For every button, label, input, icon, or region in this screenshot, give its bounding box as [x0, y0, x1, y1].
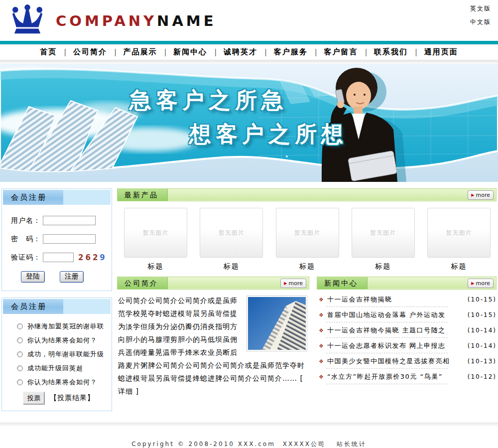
more-arrow-icon: ▶ — [284, 282, 287, 286]
accent-bar — [0, 41, 498, 44]
nav-separator: ｜ — [112, 47, 119, 57]
radio-button-icon[interactable] — [17, 351, 23, 357]
poll-option-1: 你认为结果将会如何？ — [17, 336, 109, 345]
lang-link-english[interactable]: 英文版 — [470, 4, 491, 13]
company-building-image — [247, 296, 307, 351]
news-item-date: (10-14) — [468, 327, 497, 334]
product-image-placeholder[interactable]: 暂无图片 — [200, 208, 263, 258]
product-caption[interactable]: 标题 — [427, 262, 491, 271]
header: COMPANYNAME 英文版 中文版 — [0, 0, 498, 41]
product-item-3: 暂无图片 标题 — [352, 208, 415, 271]
nav-item-3[interactable]: 新闻中心 — [173, 47, 207, 57]
news-item-date: (10-15) — [468, 311, 497, 318]
product-item-2: 暂无图片 标题 — [276, 208, 339, 271]
poll-option-label: 你认为结果将会如何？ — [27, 336, 97, 345]
nav-item-1[interactable]: 公司简介 — [73, 47, 107, 57]
captcha-digit: 6 — [85, 253, 92, 262]
nav-divider — [0, 60, 498, 64]
product-caption[interactable]: 标题 — [352, 262, 415, 271]
nav-item-6[interactable]: 客户留言 — [324, 47, 358, 57]
news-bullet-icon: ❖ — [319, 374, 324, 380]
captcha-input[interactable] — [43, 253, 74, 262]
nav-item-7[interactable]: 联系我们 — [374, 47, 408, 57]
news-item-link[interactable]: “水立方”昨起开放票价30元 “鸟巢” — [327, 372, 465, 381]
news-item-date: (10-15) — [468, 296, 497, 303]
products-row: 暂无图片 标题 暂无图片 标题 暂无图片 标题 暂无图片 标题 暂无图片 — [117, 201, 497, 271]
news-divider — [326, 337, 448, 338]
nav-item-4[interactable]: 诚聘英才 — [224, 47, 257, 57]
nav-separator: ｜ — [162, 47, 169, 57]
banner-slogan-line2: 想客户之所想 — [189, 120, 348, 149]
poll-option-label: 你认为结果将会如何？ — [27, 378, 97, 387]
radio-button-icon[interactable] — [17, 365, 23, 371]
radio-button-icon[interactable] — [17, 379, 23, 385]
no-image-label: 暂无图片 — [446, 229, 472, 237]
news-item-link[interactable]: 十一运会吉祥物揭晓 — [327, 295, 465, 304]
footer-divider — [0, 423, 498, 427]
language-switcher: 英文版 中文版 — [470, 4, 491, 31]
news-item-link[interactable]: 中国美少女暨中国模特之星选拔赛亮相 — [327, 357, 465, 366]
footer-copyright: Copyright © 2008-2010 XXX.com XXXXX公司 站长… — [0, 440, 498, 448]
captcha-code: 2629 — [78, 253, 107, 262]
nav-item-0[interactable]: 首页 — [40, 47, 57, 57]
no-image-label: 暂无图片 — [370, 229, 396, 237]
username-label: 用户名： — [11, 216, 43, 225]
product-item-1: 暂无图片 标题 — [200, 208, 263, 271]
news-header: 新闻中心 ▶more — [317, 277, 497, 290]
company-profile-section: 公司简介 ▶more — [117, 277, 309, 398]
news-item-link[interactable]: 首届中国山地运动会落幕 户外运动发 — [327, 310, 465, 319]
news-bullet-icon: ❖ — [319, 358, 324, 365]
product-image-placeholder[interactable]: 暂无图片 — [276, 208, 339, 258]
product-image-placeholder[interactable]: 暂无图片 — [352, 208, 415, 258]
news-divider — [326, 353, 448, 353]
radio-button-icon[interactable] — [17, 323, 23, 329]
poll-option-4: 你认为结果将会如何？ — [17, 378, 109, 387]
news-more-button[interactable]: ▶more — [468, 279, 494, 288]
news-item-link[interactable]: 十一运会志愿者标识发布 网上申报志 — [327, 341, 465, 350]
captcha-digit: 9 — [100, 253, 107, 262]
poll-box: 会员注册 孙继海加盟英冠的谢菲联 你认为结果将会如何？ 成功，明年谢菲联能升级 … — [1, 298, 112, 411]
news-bullet-icon: ❖ — [319, 297, 324, 303]
password-input[interactable] — [43, 234, 96, 244]
register-button[interactable]: 注册 — [60, 271, 84, 283]
product-caption[interactable]: 标题 — [200, 262, 263, 271]
products-more-button[interactable]: ▶more — [468, 190, 494, 200]
product-caption[interactable]: 标题 — [276, 262, 339, 271]
news-item-1: ❖ 首届中国山地运动会落幕 户外运动发 (10-15) — [318, 310, 497, 322]
nav-separator: ｜ — [412, 47, 420, 57]
lang-link-chinese[interactable]: 中文版 — [470, 18, 491, 26]
news-item-date: (10-12) — [468, 373, 497, 380]
vote-results-link[interactable]: 【投票结果】 — [50, 394, 95, 403]
product-image-placeholder[interactable]: 暂无图片 — [124, 208, 187, 258]
news-item-date: (10-13) — [468, 358, 497, 365]
company-profile-more-button[interactable]: ▶more — [280, 279, 306, 288]
vote-button[interactable]: 投票 — [23, 392, 45, 405]
username-input[interactable] — [43, 216, 96, 225]
no-image-label: 暂无图片 — [219, 229, 245, 237]
nav-item-8[interactable]: 通用页面 — [424, 47, 458, 57]
poll-option-3: 成功能升级回英超 — [17, 364, 109, 373]
product-caption[interactable]: 标题 — [124, 262, 187, 271]
nav-item-2[interactable]: 产品展示 — [124, 47, 157, 57]
poll-option-label: 成功能升级回英超 — [27, 364, 83, 373]
banner-slogan-line1: 急客户之所急 — [129, 86, 288, 115]
product-image-placeholder[interactable]: 暂无图片 — [427, 208, 491, 258]
brand-company: COMPANY — [56, 12, 157, 29]
password-label: 密 码： — [11, 235, 43, 244]
main-nav: 首页｜公司简介｜产品展示｜新闻中心｜诚聘英才｜客户服务｜客户留言｜联系我们｜通用… — [0, 44, 498, 60]
news-item-date: (10-14) — [468, 342, 497, 349]
news-item-link[interactable]: 十一运会吉祥物今揭晓 主题口号随之 — [327, 326, 465, 335]
news-bullet-icon: ❖ — [319, 327, 324, 334]
news-section: 新闻中心 ▶more ❖ 十一运会吉祥物揭晓 (10-15) ❖ 首届中国山地运… — [317, 277, 497, 398]
poll-title: 会员注册 — [3, 299, 111, 314]
poll-option-label: 成功，明年谢菲联能升级 — [27, 350, 104, 359]
nav-item-5[interactable]: 客户服务 — [274, 47, 308, 57]
poll-option-2: 成功，明年谢菲联能升级 — [17, 350, 109, 359]
login-button[interactable]: 登陆 — [21, 271, 45, 283]
poll-option-label: 孙继海加盟英冠的谢菲联 — [27, 322, 104, 331]
no-image-label: 暂无图片 — [143, 229, 169, 237]
brand-title: COMPANYNAME — [56, 12, 217, 29]
main-column: 最新产品 ▶more 暂无图片 标题 暂无图片 标题 暂无图片 标题 暂无图片 — [117, 188, 497, 398]
more-arrow-icon: ▶ — [471, 282, 474, 286]
radio-button-icon[interactable] — [17, 337, 23, 343]
